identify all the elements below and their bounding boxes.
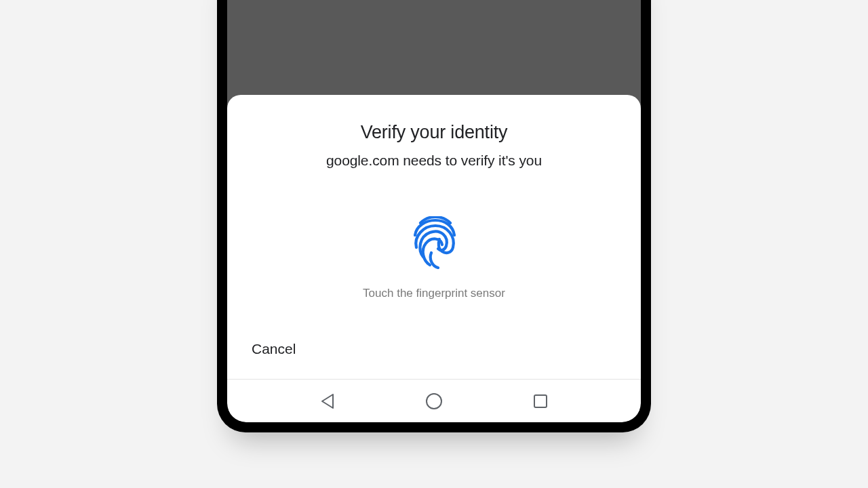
dialog-title: Verify your identity — [361, 122, 508, 143]
biometric-prompt-sheet: Verify your identity google.com needs to… — [227, 95, 641, 379]
dialog-subtitle: google.com needs to verify it's you — [326, 152, 542, 169]
system-navigation-bar — [227, 379, 641, 422]
fingerprint-hint: Touch the fingerprint sensor — [363, 287, 505, 300]
phone-screen: Verify your identity google.com needs to… — [227, 0, 641, 422]
phone-frame: Verify your identity google.com needs to… — [217, 0, 651, 432]
triangle-back-icon — [320, 393, 335, 409]
nav-back-button[interactable] — [315, 388, 340, 415]
cancel-button[interactable]: Cancel — [252, 341, 296, 357]
square-recents-icon — [533, 394, 548, 409]
fingerprint-area[interactable]: Touch the fingerprint sensor — [363, 216, 505, 300]
svg-rect-1 — [534, 395, 547, 407]
circle-home-icon — [425, 392, 443, 410]
nav-recents-button[interactable] — [528, 388, 553, 414]
dimmed-backdrop — [227, 0, 641, 95]
nav-home-button[interactable] — [420, 387, 448, 415]
svg-point-0 — [427, 394, 441, 409]
dialog-actions: Cancel — [227, 341, 641, 379]
fingerprint-icon — [410, 216, 458, 269]
